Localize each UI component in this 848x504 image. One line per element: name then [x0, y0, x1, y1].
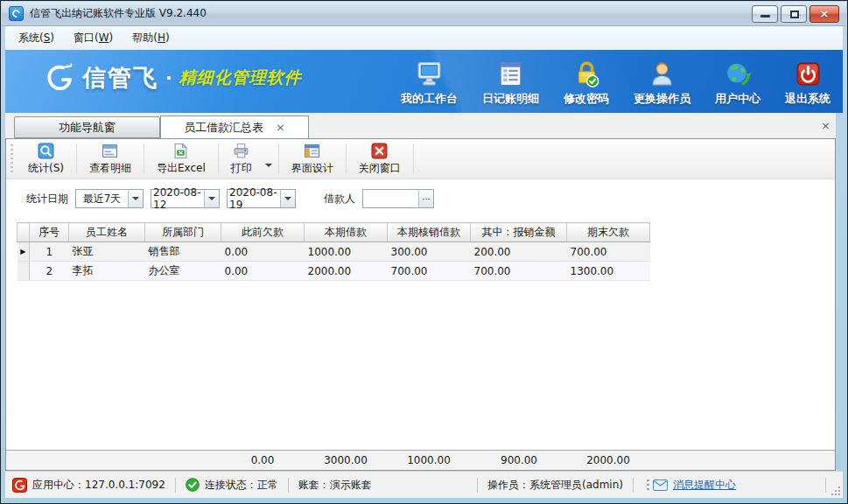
column-header[interactable]: 所属部门 — [145, 223, 221, 242]
banner: 信管飞 · 精细化管理软件 我的工作台 — [5, 50, 843, 113]
toolbar-separator — [346, 144, 347, 174]
toolbar-separator — [218, 144, 219, 174]
close-window-icon — [371, 143, 388, 159]
ui-design-button[interactable]: 界面设计 — [280, 139, 345, 178]
summary-prior-debt: 0.00 — [251, 454, 275, 466]
journal-detail-button[interactable]: 日记账明细 — [480, 50, 541, 113]
toolbar-grip[interactable] — [11, 144, 13, 173]
statistics-button[interactable]: 统计(S) — [17, 139, 75, 178]
statusbar-drag-handle — [647, 480, 649, 490]
combo-dropdown-icon[interactable] — [280, 190, 295, 207]
toolbar-separator — [278, 144, 279, 174]
date-to-combo[interactable]: 2020-08-19 — [227, 189, 296, 208]
workbench-monitor-icon — [415, 60, 444, 88]
ui-design-icon — [304, 143, 320, 159]
view-detail-button[interactable]: 查看明细 — [78, 139, 143, 178]
table-row[interactable]: 2 李拓 办公室 0.00 2000.00 700.00 700.00 1300… — [18, 262, 650, 281]
close-button[interactable]: × — [809, 5, 839, 23]
toolbar-separator — [413, 144, 414, 174]
exit-system-button[interactable]: 退出系统 — [783, 50, 832, 113]
print-icon — [233, 143, 249, 159]
maximize-icon — [790, 10, 799, 18]
tab-function-nav[interactable]: 功能导航窗 — [14, 116, 160, 138]
window-bottom-edge — [2, 498, 846, 502]
toolbar-separator — [144, 144, 144, 174]
summary-writeoff: 1000.00 — [407, 454, 451, 466]
menu-help[interactable]: 帮助(H) — [123, 28, 179, 48]
borrower-input[interactable] — [363, 190, 418, 207]
app-center-icon — [12, 478, 27, 493]
statusbar-separator — [825, 478, 826, 493]
combo-dropdown-icon[interactable] — [128, 190, 143, 207]
message-center-link[interactable]: 消息提醒中心 — [673, 478, 736, 493]
table-row[interactable]: ▶ 1 张亚 销售部 0.00 1000.00 300.00 200.00 70… — [18, 242, 650, 262]
view-detail-icon — [102, 143, 118, 159]
column-header[interactable]: 其中：报销金额 — [471, 223, 567, 242]
brand-swoosh-icon — [44, 62, 75, 94]
print-button[interactable]: 打印 — [220, 139, 263, 178]
tab-employee-loan-report[interactable]: 员工借款汇总表 × — [160, 116, 309, 138]
close-window-button[interactable]: 关闭窗口 — [347, 139, 412, 178]
message-center-item[interactable]: 消息提醒中心 — [653, 478, 736, 493]
date-filter-label: 统计日期 — [26, 192, 68, 206]
user-center-globe-icon — [724, 60, 753, 88]
date-from-combo[interactable]: 2020-08-12 — [151, 189, 220, 208]
print-dropdown-icon[interactable] — [265, 164, 272, 167]
operator-status: 操作员：系统管理员(admin) — [487, 478, 623, 493]
tab-strip: 功能导航窗 员工借款汇总表 × × — [5, 113, 836, 138]
statusbar-separator — [288, 478, 289, 493]
exit-power-icon — [794, 60, 823, 88]
filter-row: 统计日期 最近7天 2020-08-12 2020-08-19 借款人 ··· — [6, 180, 835, 217]
export-excel-icon — [172, 143, 189, 159]
date-preset-combo[interactable]: 最近7天 — [75, 189, 144, 208]
workbench-button[interactable]: 我的工作台 — [399, 50, 459, 113]
report-panel: 统计(S) 查看明细 导出Excel — [5, 138, 836, 471]
summary-row: 0.00 3000.00 1000.00 900.00 2000.00 — [6, 450, 835, 470]
export-excel-button[interactable]: 导出Excel — [145, 139, 217, 178]
summary-period-loan: 3000.00 — [324, 454, 368, 466]
statusbar-separator — [633, 478, 634, 493]
statusbar-separator — [175, 478, 176, 493]
connection-ok-icon — [186, 478, 200, 492]
journal-ledger-icon — [496, 60, 525, 88]
statistics-icon — [38, 143, 54, 159]
menu-window[interactable]: 窗口(W) — [64, 28, 123, 48]
summary-reimbursed: 900.00 — [501, 454, 537, 466]
data-grid: 序号 员工姓名 所属部门 此前欠款 本期借款 本期核销借款 其中：报销金额 期末… — [6, 217, 835, 281]
grid-header-row: 序号 员工姓名 所属部门 此前欠款 本期借款 本期核销借款 其中：报销金额 期末… — [18, 223, 650, 242]
maximize-button[interactable] — [781, 5, 807, 23]
column-header[interactable]: 序号 — [30, 223, 69, 242]
report-toolbar: 统计(S) 查看明细 导出Excel — [6, 139, 835, 179]
envelope-icon — [653, 480, 668, 491]
resize-grip[interactable] — [830, 485, 840, 495]
minimize-button[interactable] — [752, 5, 778, 23]
column-header[interactable]: 员工姓名 — [69, 223, 145, 242]
menu-system[interactable]: 系统(S) — [9, 28, 64, 48]
column-header[interactable]: 本期核销借款 — [388, 223, 471, 242]
column-header[interactable]: 期末欠款 — [567, 223, 650, 242]
combo-dropdown-icon[interactable] — [204, 190, 219, 207]
summary-ending-debt: 2000.00 — [586, 454, 630, 466]
current-row-marker: ▶ — [18, 242, 30, 262]
column-header[interactable]: 此前欠款 — [221, 223, 305, 242]
column-header[interactable]: 本期借款 — [305, 223, 388, 242]
borrower-browse-button[interactable]: ··· — [418, 190, 433, 207]
app-center-status: 应用中心：127.0.0.1:7092 — [12, 478, 165, 493]
app-logo-icon — [9, 6, 24, 21]
title-bar: 信管飞出纳记账软件专业版 V9.2.440 × — [2, 2, 846, 26]
switch-operator-button[interactable]: 更换操作员 — [632, 50, 692, 113]
change-password-button[interactable]: 修改密码 — [562, 50, 611, 113]
borrower-lookup-field: ··· — [362, 189, 434, 208]
toolbar-separator — [76, 144, 77, 174]
brand-name: 信管飞 — [82, 62, 158, 94]
brand-separator: · — [165, 67, 172, 88]
app-window: 信管飞出纳记账软件专业版 V9.2.440 × 系统(S) 窗口(W) 帮助(H… — [0, 0, 848, 504]
row-selector-header — [18, 223, 30, 242]
banner-actions: 我的工作台 日记账明细 — [399, 50, 832, 113]
change-password-lock-icon — [572, 60, 601, 88]
tabstrip-close-icon[interactable]: × — [821, 119, 830, 132]
switch-operator-user-icon — [648, 60, 676, 88]
connection-status: 连接状态：正常 — [186, 478, 278, 493]
user-center-button[interactable]: 用户中心 — [713, 50, 762, 113]
tab-close-icon[interactable]: × — [276, 122, 285, 133]
